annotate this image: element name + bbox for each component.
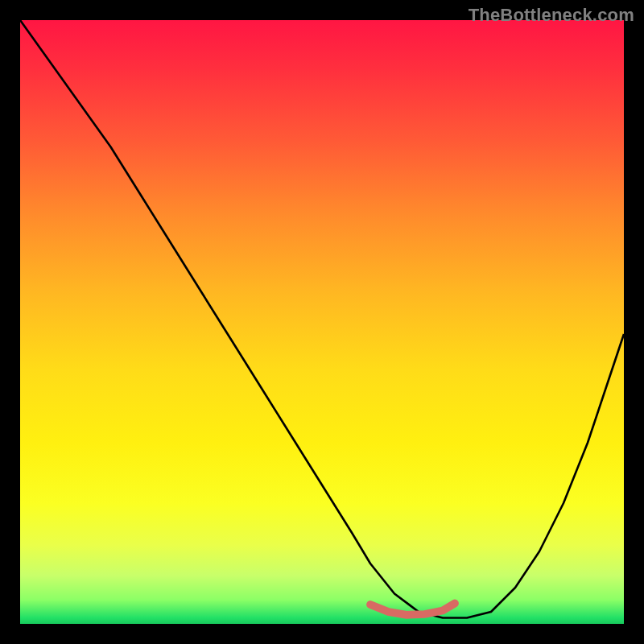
curve-svg (20, 20, 624, 624)
chart-stage: TheBottleneck.com (0, 0, 644, 644)
plot-area (20, 20, 624, 624)
watermark-text: TheBottleneck.com (469, 5, 634, 26)
accent-segment-path (370, 604, 455, 615)
bottleneck-curve-path (20, 20, 624, 618)
